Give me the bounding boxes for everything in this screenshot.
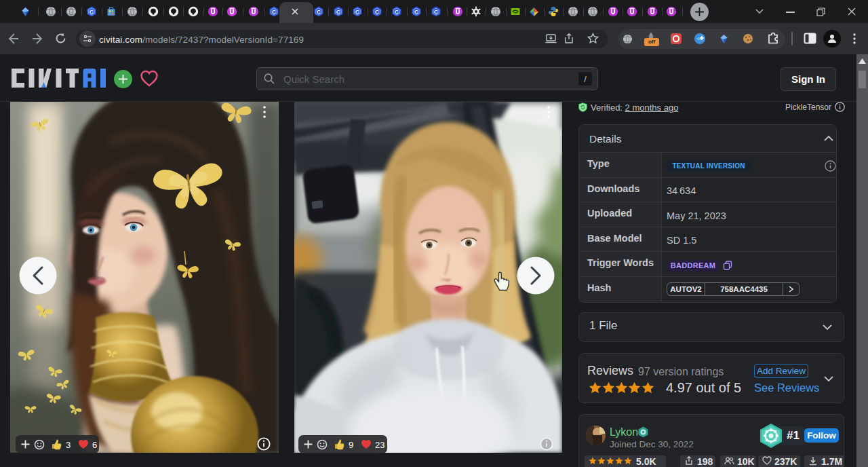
svg-text:C: C	[272, 9, 276, 15]
svg-text:C: C	[434, 9, 438, 15]
svg-text:C: C	[414, 9, 418, 15]
svg-text:C: C	[90, 9, 94, 15]
svg-text:C: C	[336, 9, 340, 15]
svg-text:C: C	[395, 9, 399, 15]
svg-text:C: C	[317, 9, 321, 15]
svg-text:C: C	[375, 9, 379, 15]
svg-text:C: C	[355, 9, 359, 15]
